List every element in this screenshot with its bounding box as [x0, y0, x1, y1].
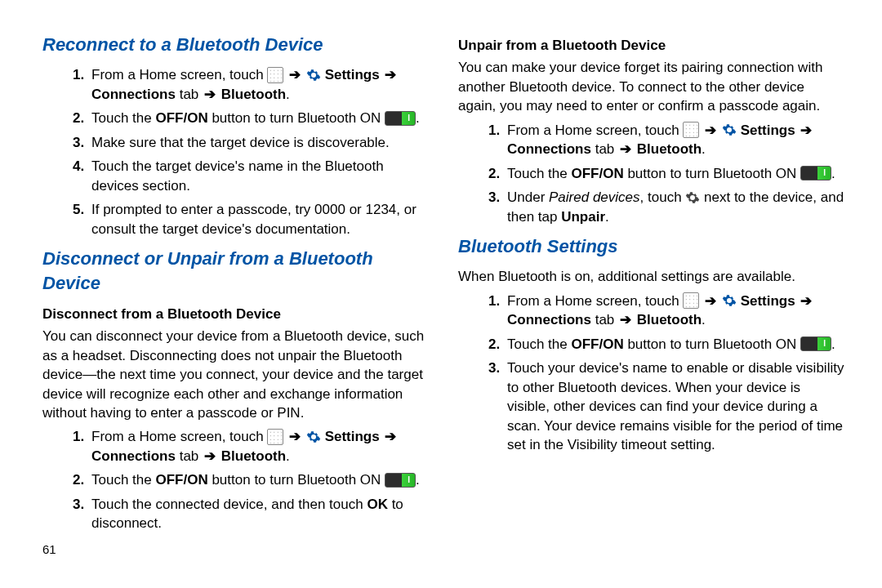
list-item: Touch the target device's name in the Bl… [88, 157, 430, 195]
text: Under [507, 189, 549, 205]
list-item: Touch your device's name to enable or di… [504, 359, 846, 454]
text: , touch [640, 189, 686, 205]
text: Touch the connected device, and then tou… [91, 497, 367, 512]
text: . [702, 312, 706, 327]
offon-label: OFF/ON [571, 166, 623, 181]
list-item: From a Home screen, touch ➔ Settings ➔ C… [88, 427, 430, 466]
toggle-on-icon [800, 166, 831, 180]
disconnect-steps: From a Home screen, touch ➔ Settings ➔ C… [42, 427, 430, 532]
reconnect-steps: From a Home screen, touch ➔ Settings ➔ C… [42, 65, 430, 238]
text: tab [176, 448, 203, 464]
list-item: From a Home screen, touch ➔ Settings ➔ C… [88, 65, 430, 104]
ok-label: OK [367, 497, 388, 512]
offon-label: OFF/ON [155, 110, 207, 126]
text: . [416, 472, 420, 488]
gear-icon [685, 190, 700, 205]
unpair-paragraph: You can make your device forget its pair… [458, 58, 846, 115]
text: tab [176, 87, 203, 102]
svg-point-0 [312, 74, 315, 77]
offon-label: OFF/ON [155, 472, 207, 488]
text: From a Home screen, touch [507, 122, 683, 138]
list-item: Touch the connected device, and then tou… [88, 495, 430, 533]
connections-label: Connections [91, 87, 176, 102]
text: From a Home screen, touch [91, 429, 267, 444]
gear-icon [306, 430, 321, 444]
apps-icon [267, 429, 283, 445]
text: . [831, 166, 835, 181]
connections-label: Connections [507, 312, 591, 327]
svg-point-2 [728, 129, 731, 132]
list-item: Touch the OFF/ON button to turn Bluetoot… [504, 164, 846, 183]
connections-label: Connections [91, 448, 176, 464]
arrow-icon: ➔ [383, 429, 398, 444]
list-item: Make sure that the target device is disc… [88, 133, 430, 152]
unpair-steps: From a Home screen, touch ➔ Settings ➔ C… [458, 121, 846, 226]
arrow-icon: ➔ [383, 67, 398, 82]
text: button to turn Bluetooth ON [624, 336, 800, 352]
gear-icon [306, 68, 321, 82]
heading-disconnect-unpair: Disconnect or Unpair from a Bluetooth De… [42, 247, 430, 296]
bluetooth-label: Bluetooth [633, 312, 702, 327]
text: Touch the [91, 472, 155, 488]
text: Touch the [507, 336, 571, 352]
subheading-disconnect: Disconnect from a Bluetooth Device [42, 305, 430, 323]
text: Touch the [91, 110, 155, 126]
offon-label: OFF/ON [571, 336, 623, 352]
paired-devices-label: Paired devices [549, 189, 640, 205]
list-item: Touch the OFF/ON button to turn Bluetoot… [88, 109, 430, 127]
arrow-icon: ➔ [203, 448, 217, 464]
bluetooth-settings-steps: From a Home screen, touch ➔ Settings ➔ C… [458, 292, 846, 455]
disconnect-paragraph: You can disconnect your device from a Bl… [42, 327, 430, 422]
right-column: Unpair from a Bluetooth Device You can m… [458, 33, 846, 558]
text: button to turn Bluetooth ON [624, 166, 800, 181]
toggle-on-icon [385, 473, 416, 488]
arrow-icon: ➔ [203, 87, 217, 102]
settings-label: Settings [741, 293, 800, 309]
text: button to turn Bluetooth ON [208, 110, 385, 126]
unpair-label: Unpair [561, 209, 605, 225]
toggle-on-icon [385, 111, 416, 126]
list-item: Touch the OFF/ON button to turn Bluetoot… [504, 335, 846, 354]
settings-label: Settings [741, 122, 800, 138]
arrow-icon: ➔ [703, 122, 718, 138]
page-root: Reconnect to a Bluetooth Device From a H… [0, 0, 882, 566]
list-item: Under Paired devices, touch next to the … [504, 188, 846, 226]
text: . [605, 209, 609, 225]
text: . [286, 448, 290, 464]
subheading-unpair: Unpair from a Bluetooth Device [458, 36, 846, 55]
connections-label: Connections [507, 141, 591, 157]
svg-point-3 [728, 300, 731, 303]
bluetooth-label: Bluetooth [633, 141, 702, 157]
heading-bluetooth-settings: Bluetooth Settings [458, 234, 846, 259]
apps-icon [683, 122, 699, 138]
bluetooth-label: Bluetooth [217, 448, 286, 464]
text: . [286, 87, 290, 102]
arrow-icon: ➔ [618, 141, 633, 157]
text: . [416, 110, 420, 126]
arrow-icon: ➔ [799, 293, 813, 309]
text: button to turn Bluetooth ON [208, 472, 385, 488]
page-number: 61 [42, 541, 430, 559]
list-item: Touch the OFF/ON button to turn Bluetoot… [88, 470, 430, 489]
list-item: If prompted to enter a passcode, try 000… [88, 200, 430, 238]
settings-label: Settings [325, 429, 384, 444]
arrow-icon: ➔ [799, 122, 813, 138]
text: From a Home screen, touch [507, 293, 683, 309]
text: . [831, 336, 835, 352]
arrow-icon: ➔ [287, 429, 302, 444]
svg-point-1 [312, 435, 315, 439]
list-item: From a Home screen, touch ➔ Settings ➔ C… [504, 292, 846, 330]
text: tab [591, 141, 618, 157]
list-item: From a Home screen, touch ➔ Settings ➔ C… [504, 121, 846, 159]
left-column: Reconnect to a Bluetooth Device From a H… [42, 33, 430, 558]
heading-reconnect: Reconnect to a Bluetooth Device [42, 33, 430, 57]
bluetooth-label: Bluetooth [217, 87, 286, 102]
arrow-icon: ➔ [703, 293, 718, 309]
text: From a Home screen, touch [91, 67, 267, 82]
gear-icon [722, 122, 737, 137]
bluetooth-settings-paragraph: When Bluetooth is on, additional setting… [458, 267, 846, 286]
text: tab [591, 312, 618, 327]
settings-label: Settings [325, 67, 384, 82]
arrow-icon: ➔ [287, 67, 302, 82]
text: Touch the [507, 166, 571, 181]
